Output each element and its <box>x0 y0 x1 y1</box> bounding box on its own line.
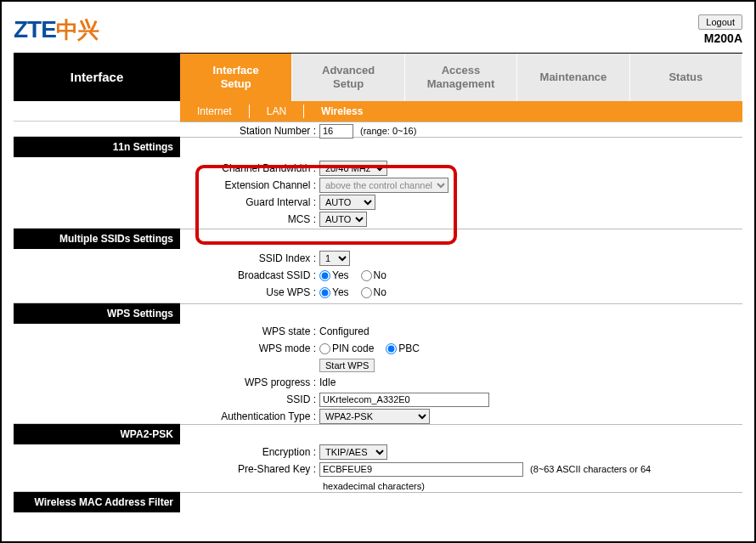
label-psk: Pre-Shared Key : <box>180 463 319 475</box>
value-wps-state: Configured <box>319 325 370 337</box>
start-wps-button[interactable]: Start WPS <box>319 359 375 372</box>
radio-wps-pin[interactable] <box>319 343 330 354</box>
radio-usewps-no[interactable] <box>361 287 372 298</box>
tab-access-management[interactable]: Access Management <box>405 54 517 101</box>
label-channel-bandwidth: Channel Bandwidth : <box>180 162 319 174</box>
label-mcs: MCS : <box>180 213 319 225</box>
subtab-lan[interactable]: LAN <box>250 105 304 118</box>
note-psk-2: hexadecimal characters) <box>323 481 425 491</box>
label-wps-state: WPS state : <box>180 325 319 337</box>
label-wps-mode: WPS mode : <box>180 342 319 354</box>
value-wps-progress: Idle <box>319 376 336 388</box>
select-guard-interval[interactable]: AUTO <box>319 195 375 210</box>
input-station-number[interactable] <box>319 124 353 139</box>
input-ssid[interactable] <box>319 393 489 407</box>
select-ssid-index[interactable]: 1 <box>319 251 350 266</box>
tab-interface-setup[interactable]: Interface Setup <box>180 54 292 101</box>
model-label: M200A <box>698 31 742 45</box>
select-mcs[interactable]: AUTO <box>319 212 367 227</box>
input-psk[interactable] <box>319 462 523 477</box>
tab-status[interactable]: Status <box>630 54 742 101</box>
radio-wps-pbc[interactable] <box>386 343 397 354</box>
sidebar: Interface 11n Settings Multiple SSIDs Se… <box>14 54 180 512</box>
radio-usewps-yes[interactable] <box>319 287 330 298</box>
note-station-number: (range: 0~16) <box>360 126 416 136</box>
tab-advanced-setup[interactable]: Advanced Setup <box>292 54 404 101</box>
label-use-wps: Use WPS : <box>180 286 319 298</box>
logout-button[interactable]: Logout <box>698 14 742 30</box>
subtab-internet[interactable]: Internet <box>180 105 250 118</box>
select-encryption[interactable]: TKIP/AES <box>319 444 387 460</box>
note-psk-1: (8~63 ASCII characters or 64 <box>530 464 651 474</box>
logo-text-cjk: 中兴 <box>56 15 99 45</box>
select-auth-type[interactable]: WPA2-PSK <box>319 409 430 424</box>
section-ssids: Multiple SSIDs Settings <box>14 229 180 249</box>
subtab-wireless[interactable]: Wireless <box>304 105 380 118</box>
label-ssid: SSID : <box>180 393 319 405</box>
label-wps-progress: WPS progress : <box>180 376 319 388</box>
label-encryption: Encryption : <box>180 446 319 458</box>
sub-tabs: Internet LAN Wireless <box>180 101 742 122</box>
section-11n: 11n Settings <box>14 137 180 157</box>
main-tabs: Interface Setup Advanced Setup Access Ma… <box>180 54 742 101</box>
logo: ZTE中兴 <box>14 15 99 45</box>
label-guard-interval: Guard Interval : <box>180 196 319 208</box>
sidebar-title: Interface <box>14 54 180 101</box>
section-wpa2: WPA2-PSK <box>14 424 180 444</box>
radio-broadcast-yes[interactable] <box>319 270 330 281</box>
label-broadcast-ssid: Broadcast SSID : <box>180 269 319 281</box>
section-wps: WPS Settings <box>14 303 180 324</box>
label-station-number: Station Number : <box>180 125 319 137</box>
section-macfilter: Wireless MAC Address Filter <box>14 492 180 512</box>
label-extension-channel: Extension Channel : <box>180 179 319 191</box>
select-channel-bandwidth[interactable]: 20/40 MHz <box>319 161 387 176</box>
logo-text-latin: ZTE <box>14 16 56 43</box>
page-header: ZTE中兴 Logout M200A <box>14 8 742 51</box>
label-ssid-index: SSID Index : <box>180 252 319 264</box>
radio-broadcast-no[interactable] <box>361 270 372 281</box>
tab-maintenance[interactable]: Maintenance <box>517 54 629 101</box>
label-auth-type: Authentication Type : <box>180 410 319 422</box>
select-extension-channel[interactable]: above the control channel <box>319 178 449 193</box>
